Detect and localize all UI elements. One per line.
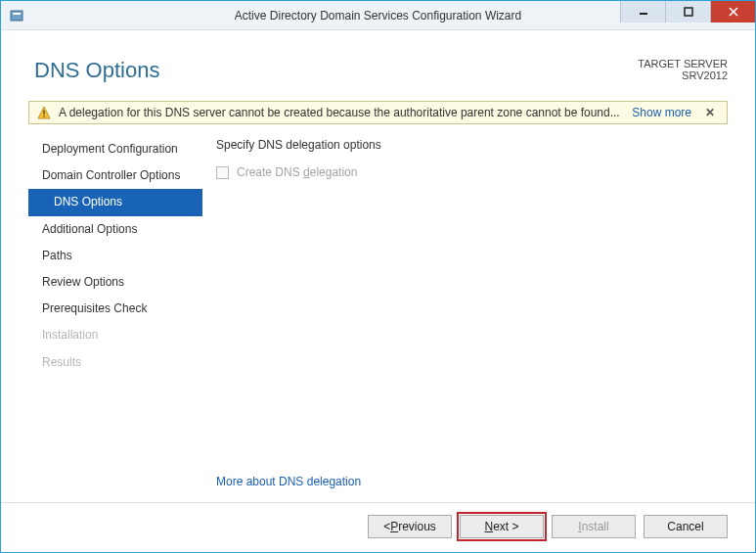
- sidebar-item-prerequisites-check[interactable]: Prerequisites Check: [28, 296, 202, 322]
- sidebar-item-paths[interactable]: Paths: [28, 243, 202, 269]
- header: DNS Options TARGET SERVER SRV2012: [1, 30, 755, 91]
- warning-dismiss-button[interactable]: ✕: [701, 106, 719, 119]
- content-pane: Specify DNS delegation options Create DN…: [202, 132, 728, 502]
- sidebar-item-results: Results: [28, 349, 202, 376]
- titlebar: Active Directory Domain Services Configu…: [1, 1, 755, 30]
- warning-text: A delegation for this DNS server cannot …: [59, 106, 622, 119]
- maximize-button[interactable]: [665, 1, 710, 23]
- warning-bar: A delegation for this DNS server cannot …: [28, 101, 728, 124]
- warning-show-more-link[interactable]: Show more: [632, 106, 691, 119]
- sidebar-item-domain-controller-options[interactable]: Domain Controller Options: [28, 162, 202, 189]
- sidebar-item-installation: Installation: [28, 322, 202, 348]
- target-label: TARGET SERVER: [638, 58, 728, 69]
- sidebar-item-dns-options[interactable]: DNS Options: [28, 189, 202, 215]
- warning-icon: [37, 106, 51, 119]
- page-title: DNS Options: [34, 58, 638, 83]
- create-dns-delegation-label: Create DNS delegation: [237, 165, 357, 179]
- svg-rect-6: [43, 115, 44, 117]
- previous-button[interactable]: < Previous: [368, 515, 452, 538]
- create-dns-delegation-checkbox: [216, 166, 229, 179]
- svg-rect-3: [685, 8, 692, 16]
- svg-rect-1: [13, 13, 21, 15]
- sidebar-item-deployment-configuration[interactable]: Deployment Configuration: [28, 136, 202, 162]
- install-button: Install: [552, 515, 636, 538]
- app-icon: [9, 8, 24, 23]
- sidebar-item-review-options[interactable]: Review Options: [28, 269, 202, 296]
- target-server-info: TARGET SERVER SRV2012: [638, 58, 728, 81]
- svg-rect-0: [11, 11, 22, 21]
- minimize-button[interactable]: [620, 1, 665, 23]
- sidebar-item-additional-options[interactable]: Additional Options: [28, 216, 202, 243]
- close-button[interactable]: [710, 1, 755, 23]
- cancel-button[interactable]: Cancel: [644, 515, 728, 538]
- target-server-name: SRV2012: [638, 69, 728, 81]
- svg-rect-5: [43, 111, 44, 115]
- more-about-dns-delegation-link[interactable]: More about DNS delegation: [216, 475, 724, 488]
- create-dns-delegation-row: Create DNS delegation: [216, 165, 724, 179]
- window-controls: [620, 1, 755, 29]
- sidebar-nav: Deployment Configuration Domain Controll…: [28, 132, 202, 502]
- instruction-text: Specify DNS delegation options: [216, 138, 724, 152]
- next-button[interactable]: Next >: [460, 515, 544, 538]
- body: Deployment Configuration Domain Controll…: [1, 132, 755, 502]
- footer-buttons: < Previous Next > Install Cancel: [1, 502, 755, 552]
- wizard-window: Active Directory Domain Services Configu…: [0, 0, 756, 553]
